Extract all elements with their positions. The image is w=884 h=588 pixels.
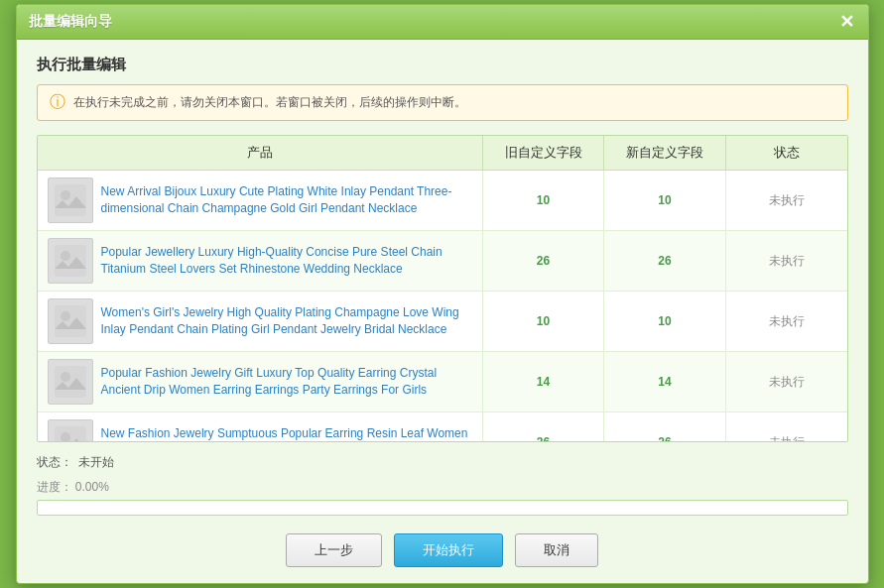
progress-section: 进度： 0.00% (37, 479, 848, 516)
svg-point-5 (61, 311, 70, 321)
table-row: Popular Fashion Jewelry Gift Luxury Top … (38, 352, 847, 412)
dialog-titlebar: 批量编辑向导 ✕ (17, 5, 868, 40)
table-row: New Arrival Bijoux Luxury Cute Plating W… (38, 171, 847, 231)
status-cell: 未执行 (725, 292, 846, 352)
warning-text: 在执行未完成之前，请勿关闭本窗口。若窗口被关闭，后续的操作则中断。 (73, 94, 466, 111)
product-cell: Popular Jewellery Luxury High-Quality Co… (38, 231, 483, 292)
product-name: New Fashion Jewelry Sumptuous Popular Ea… (101, 425, 472, 442)
warning-bar: ⓘ 在执行未完成之前，请勿关闭本窗口。若窗口被关闭，后续的操作则中断。 (37, 84, 848, 121)
col-header-product: 产品 (38, 136, 483, 171)
product-thumbnail (48, 177, 93, 223)
old-field-value: 10 (482, 171, 603, 231)
svg-rect-2 (55, 245, 86, 277)
old-field-value: 10 (482, 292, 603, 352)
product-thumbnail (48, 298, 93, 344)
product-name: Popular Fashion Jewelry Gift Luxury Top … (101, 365, 472, 399)
table-row: Popular Jewellery Luxury High-Quality Co… (38, 231, 847, 292)
product-cell: New Arrival Bijoux Luxury Cute Plating W… (38, 171, 483, 231)
batch-edit-dialog: 批量编辑向导 ✕ 执行批量编辑 ⓘ 在执行未完成之前，请勿关闭本窗口。若窗口被关… (16, 4, 869, 584)
new-field-value: 14 (604, 352, 725, 412)
products-table-container[interactable]: 产品 旧自定义字段 新自定义字段 状态 New Arrival Bijoux L… (37, 135, 848, 442)
status-cell: 未执行 (725, 171, 846, 231)
status-label: 状态： (37, 454, 72, 471)
svg-point-1 (61, 190, 70, 200)
section-title: 执行批量编辑 (37, 56, 848, 74)
table-header-row: 产品 旧自定义字段 新自定义字段 状态 (38, 136, 847, 171)
status-bar: 状态： 未开始 (37, 454, 848, 471)
svg-rect-0 (55, 184, 86, 216)
dialog-body: 执行批量编辑 ⓘ 在执行未完成之前，请勿关闭本窗口。若窗口被关闭，后续的操作则中… (17, 40, 868, 583)
status-cell: 未执行 (725, 412, 846, 443)
products-table: 产品 旧自定义字段 新自定义字段 状态 New Arrival Bijoux L… (38, 136, 847, 442)
progress-label: 进度： 0.00% (37, 479, 848, 496)
svg-point-3 (61, 251, 70, 261)
svg-rect-4 (55, 305, 86, 337)
footer-buttons: 上一步 开始执行 取消 (37, 533, 848, 567)
close-button[interactable]: ✕ (837, 13, 856, 31)
table-row: Women's Girl's Jewelry High Quality Plat… (38, 292, 847, 352)
new-field-value: 10 (604, 292, 725, 352)
product-thumbnail (48, 419, 93, 442)
product-name: Popular Jewellery Luxury High-Quality Co… (101, 244, 472, 278)
new-field-value: 26 (604, 412, 725, 443)
svg-rect-8 (55, 426, 86, 442)
svg-point-7 (61, 372, 70, 382)
svg-rect-6 (55, 366, 86, 398)
old-field-value: 26 (482, 412, 603, 443)
start-button[interactable]: 开始执行 (394, 533, 503, 567)
warning-icon: ⓘ (50, 92, 65, 113)
table-row: New Fashion Jewelry Sumptuous Popular Ea… (38, 412, 847, 443)
status-cell: 未执行 (725, 231, 846, 292)
progress-bar-outer (37, 500, 848, 516)
status-value: 未开始 (78, 454, 114, 471)
product-cell: Popular Fashion Jewelry Gift Luxury Top … (38, 352, 483, 412)
progress-value: 0.00% (75, 480, 109, 494)
product-thumbnail (48, 238, 93, 284)
product-name: New Arrival Bijoux Luxury Cute Plating W… (101, 183, 472, 217)
svg-point-9 (61, 432, 70, 442)
product-thumbnail (48, 359, 93, 405)
prev-button[interactable]: 上一步 (286, 533, 382, 567)
product-cell: New Fashion Jewelry Sumptuous Popular Ea… (38, 412, 483, 443)
col-header-new-field: 新自定义字段 (604, 136, 725, 171)
cancel-button[interactable]: 取消 (515, 533, 598, 567)
old-field-value: 14 (482, 352, 603, 412)
status-cell: 未执行 (725, 352, 846, 412)
col-header-status: 状态 (725, 136, 846, 171)
product-name: Women's Girl's Jewelry High Quality Plat… (101, 304, 472, 338)
new-field-value: 10 (604, 171, 725, 231)
dialog-title: 批量编辑向导 (29, 13, 112, 31)
col-header-old-field: 旧自定义字段 (482, 136, 603, 171)
old-field-value: 26 (482, 231, 603, 292)
new-field-value: 26 (604, 231, 725, 292)
product-cell: Women's Girl's Jewelry High Quality Plat… (38, 292, 483, 352)
